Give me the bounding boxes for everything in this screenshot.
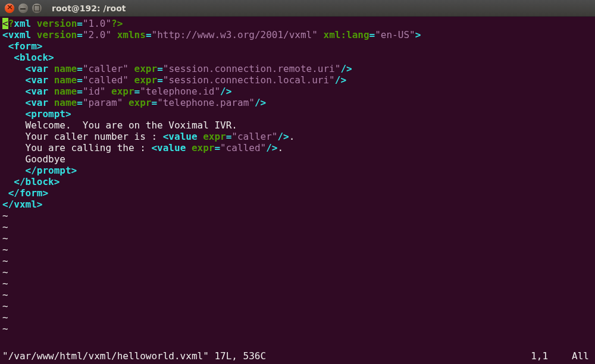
minimize-icon[interactable]: [18, 4, 28, 13]
empty-line: ~: [2, 255, 593, 266]
empty-line: ~: [2, 221, 593, 233]
code-line: Goodbye: [2, 153, 593, 165]
code-line: </prompt>: [2, 165, 593, 176]
code-line: <var name="caller" expr="session.connect…: [2, 63, 593, 74]
window-title: root@192: /root: [52, 4, 126, 13]
status-scroll: All: [572, 350, 589, 362]
code-line: You are calling the : <value expr="calle…: [2, 142, 593, 153]
status-file: "/var/www/html/vxml/helloworld.vxml" 17L…: [2, 350, 266, 362]
code-line: <prompt>: [2, 108, 593, 120]
empty-line: ~: [2, 210, 593, 221]
titlebar[interactable]: root@192: /root: [0, 0, 595, 17]
code-line: <vxml version="2.0" xmlns="http://www.w3…: [2, 29, 593, 40]
empty-line: ~: [2, 323, 593, 334]
vim-status-line: "/var/www/html/vxml/helloworld.vxml" 17L…: [2, 350, 593, 362]
empty-line: ~: [2, 289, 593, 300]
empty-line: ~: [2, 278, 593, 289]
empty-line: ~: [2, 233, 593, 244]
maximize-icon[interactable]: [32, 4, 42, 13]
code-line: </form>: [2, 187, 593, 199]
empty-line: ~: [2, 300, 593, 312]
terminal-body[interactable]: <?xml version="1.0"?> <vxml version="2.0…: [0, 17, 595, 364]
close-icon[interactable]: [5, 4, 14, 13]
code-line: Welcome. You are on the Voximal IVR.: [2, 120, 593, 131]
code-line: <block>: [2, 52, 593, 63]
code-line: <var name="param" expr="telephone.param"…: [2, 97, 593, 108]
code-line: <form>: [2, 40, 593, 52]
empty-line: ~: [2, 312, 593, 323]
code-line: </vxml>: [2, 199, 593, 210]
code-line: Your caller number is : <value expr="cal…: [2, 131, 593, 142]
cursor: <: [2, 18, 8, 29]
empty-line: ~: [2, 244, 593, 255]
terminal-window: root@192: /root <?xml version="1.0"?> <v…: [0, 0, 595, 364]
code-line: <?xml version="1.0"?>: [2, 18, 593, 29]
status-cursor-pos: 1,1: [531, 350, 548, 362]
code-line: <var name="id" expr="telephone.id"/>: [2, 86, 593, 97]
empty-line: ~: [2, 266, 593, 278]
code-line: <var name="called" expr="session.connect…: [2, 74, 593, 86]
code-line: </block>: [2, 176, 593, 187]
